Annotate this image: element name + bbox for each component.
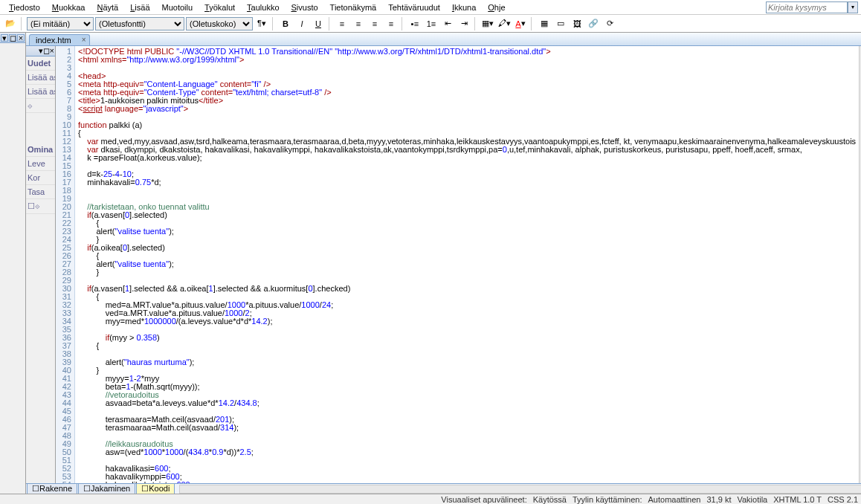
align-right-icon[interactable]: ≡ <box>367 16 382 31</box>
font-color-icon[interactable]: A▾ <box>513 16 528 31</box>
toolbox-item[interactable]: Lisää asett... <box>26 85 55 99</box>
status-visual-aids-value[interactable]: Käytössä <box>533 495 567 504</box>
italic-icon[interactable]: I <box>294 16 309 31</box>
status-style-mode-label: Tyylin käyttäminen: <box>573 495 642 504</box>
outdent-icon[interactable]: ⇤ <box>440 16 455 31</box>
refresh-icon[interactable]: ⟳ <box>602 16 617 31</box>
line-gutter: 1234567891011121314151617181920212223242… <box>56 46 75 483</box>
style-name-combo[interactable]: (Ei mitään) <box>27 17 94 30</box>
prop-width[interactable]: Leve <box>26 157 55 171</box>
menu-bar: TiedostoMuokkaaNäytäLisääMuotoiluTyökalu… <box>0 0 861 15</box>
status-visual-aids-label: Visuaaliset apuvälineet: <box>441 495 526 504</box>
borders-icon[interactable]: ▦▾ <box>480 16 495 31</box>
prop-height[interactable]: Kor <box>26 171 55 185</box>
underline-icon[interactable]: U <box>311 16 326 31</box>
insert-layer-icon[interactable]: ▭ <box>553 16 568 31</box>
folder-list-panel: ▾ ◻ × <box>0 33 26 494</box>
properties-header: Omina <box>26 143 55 157</box>
horizontal-scrollbar[interactable] <box>179 485 861 494</box>
formatting-toolbar: 📂 (Ei mitään) (Oletusfontti) (Oletuskoko… <box>0 15 861 33</box>
insert-hyperlink-icon[interactable]: 🔗 <box>586 16 601 31</box>
align-left-icon[interactable]: ≡ <box>335 16 349 31</box>
status-css-version[interactable]: CSS 2.1 <box>828 495 858 504</box>
insert-table-icon[interactable]: ▦ <box>537 16 552 31</box>
code-editor[interactable]: 1234567891011121314151617181920212223242… <box>56 46 859 483</box>
document-tab[interactable]: index.htm × <box>29 34 90 45</box>
status-bar: Visuaaliset apuvälineet: Käytössä Tyylin… <box>0 494 861 504</box>
open-file-icon[interactable]: 📂 <box>3 16 18 31</box>
status-mode[interactable]: Vakiotila <box>737 495 767 504</box>
indent-icon[interactable]: ⇥ <box>457 16 471 31</box>
menu-ohje[interactable]: Ohje <box>482 1 511 13</box>
menu-muotoilu[interactable]: Muotoilu <box>156 1 199 13</box>
help-search-input[interactable] <box>766 1 848 13</box>
view-tab-code[interactable]: ☐Koodi <box>136 483 175 494</box>
panel-pin-icon[interactable]: ◻ <box>9 34 16 42</box>
prop-checkbox[interactable]: ☐⟐ <box>26 199 55 214</box>
status-style-mode-value[interactable]: Automaattinen <box>648 495 701 504</box>
menu-sivusto[interactable]: Sivusto <box>286 1 324 13</box>
menu-taulukko[interactable]: Taulukko <box>241 1 285 13</box>
panel-dropdown-icon[interactable]: ▾ <box>1 34 8 42</box>
tab-close-icon[interactable]: × <box>82 36 86 44</box>
help-search: ▾ <box>766 1 858 13</box>
menu-tehtäväruudut[interactable]: Tehtäväruudut <box>382 1 446 13</box>
bold-icon[interactable]: B <box>278 16 293 31</box>
menu-tietonäkymä[interactable]: Tietonäkymä <box>324 1 383 13</box>
view-mode-tabs: ☐Rakenne ☐Jakaminen ☐Koodi <box>26 483 861 494</box>
status-filesize: 31,9 kt <box>706 495 731 504</box>
status-doctype[interactable]: XHTML 1.0 T <box>773 495 822 504</box>
toolbox-item[interactable]: Lisää aseet... <box>26 71 55 85</box>
code-content[interactable]: <!DOCTYPE html PUBLIC "-//W3C//DTD XHTML… <box>75 46 859 483</box>
menu-työkalut[interactable]: Työkalut <box>199 1 241 13</box>
align-justify-icon[interactable]: ≡ <box>384 16 399 31</box>
document-tab-bar: index.htm × <box>26 33 861 46</box>
editor-area: index.htm × ▾◻× Uudet Lisää aseet... Lis… <box>26 33 861 494</box>
prop-align[interactable]: Tasa <box>26 185 55 199</box>
font-size-combo[interactable]: (Oletuskoko) <box>186 17 253 30</box>
menu-näytä[interactable]: Näytä <box>91 1 124 13</box>
bullets-icon[interactable]: ▪≡ <box>407 16 422 31</box>
insert-picture-icon[interactable]: 🖼 <box>570 16 584 31</box>
view-tab-split[interactable]: ☐Jakaminen <box>78 483 135 494</box>
font-family-combo[interactable]: (Oletusfontti) <box>95 17 184 30</box>
highlight-icon[interactable]: 🖍▾ <box>497 16 512 31</box>
numbering-icon[interactable]: 1≡ <box>424 16 439 31</box>
menu-ikkuna[interactable]: Ikkuna <box>446 1 482 13</box>
menu-tiedosto[interactable]: Tiedosto <box>3 1 46 13</box>
toolbox-newest-header: Uudet <box>26 56 55 71</box>
view-tab-design[interactable]: ☐Rakenne <box>27 483 77 494</box>
paragraph-icon[interactable]: ¶▾ <box>254 16 269 31</box>
toolbox-panel-ctrl[interactable]: ▾◻× <box>39 46 54 56</box>
toolbox-item[interactable]: ⟐ <box>26 99 55 113</box>
align-center-icon[interactable]: ≡ <box>351 16 366 31</box>
help-search-dropdown[interactable]: ▾ <box>848 1 858 13</box>
document-tab-label: index.htm <box>36 36 71 45</box>
menu-muokkaa[interactable]: Muokkaa <box>46 1 91 13</box>
panel-close-icon[interactable]: × <box>17 34 25 42</box>
menu-lisää[interactable]: Lisää <box>124 1 155 13</box>
